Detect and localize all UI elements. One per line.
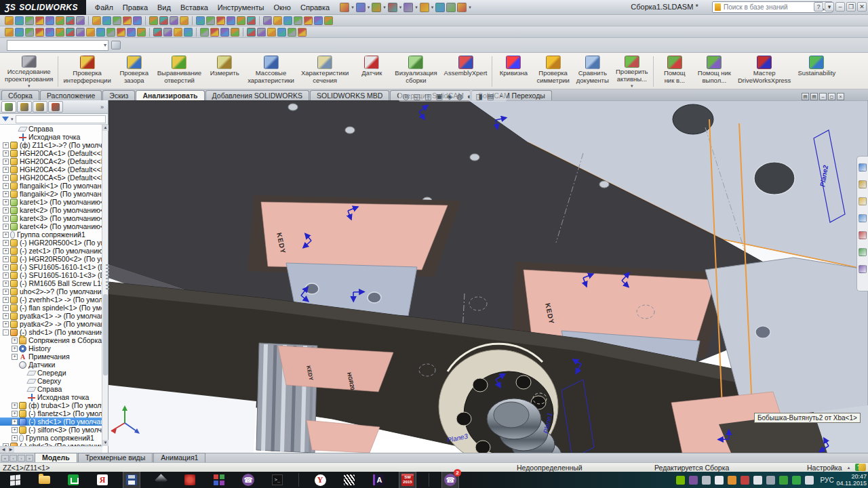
expand-toggle[interactable]: + bbox=[3, 150, 9, 157]
equations-icon[interactable] bbox=[288, 28, 296, 37]
options-gear-caret-icon[interactable]: ▾ bbox=[469, 5, 471, 10]
viber[interactable]: ☎ bbox=[240, 472, 256, 488]
no-solve-move-icon[interactable] bbox=[133, 16, 142, 25]
expand-toggle[interactable]: + bbox=[3, 281, 9, 287]
expand-toggle[interactable]: + bbox=[3, 297, 9, 303]
expand-toggle[interactable]: + bbox=[3, 216, 9, 222]
center-mark-icon[interactable] bbox=[153, 28, 162, 37]
tree-item[interactable]: +(-) shd<1> (По умолчанию< bbox=[0, 418, 102, 426]
nvidia-icon[interactable] bbox=[676, 476, 685, 485]
ribbon-сравнить[interactable]: Сравнитьдокументы bbox=[573, 54, 612, 89]
tree-item[interactable]: +pyatka<2> -> (По умолчанию< bbox=[0, 320, 102, 328]
red-app[interactable] bbox=[182, 472, 198, 488]
sketch-icon[interactable] bbox=[15, 16, 24, 25]
curvature-icon[interactable] bbox=[298, 28, 307, 37]
graphics-viewport[interactable]: KEDY KEDY KEDY HGR20 bbox=[108, 100, 868, 453]
yandex-browser[interactable]: Y bbox=[312, 472, 328, 488]
display-manager-icon[interactable] bbox=[220, 28, 229, 37]
tree-item[interactable]: +(-) zverhh<1> -> (По умолчани bbox=[0, 296, 102, 304]
rapid-sketch-icon[interactable] bbox=[123, 16, 132, 25]
bill-of-materials-icon[interactable] bbox=[283, 16, 292, 25]
tab-solidworks-mbd[interactable]: SOLIDWORKS MBD bbox=[310, 90, 389, 100]
camera-icon[interactable]: ◔ bbox=[498, 92, 502, 101]
input-flag-icon[interactable] bbox=[805, 476, 814, 485]
section-properties-icon[interactable] bbox=[267, 28, 276, 37]
tree-item[interactable]: +HGH20CA<4> (Default<<Def bbox=[0, 165, 102, 174]
expand-toggle[interactable]: + bbox=[12, 354, 18, 360]
slab-hole[interactable] bbox=[754, 162, 795, 195]
edit-pencil-icon[interactable] bbox=[859, 464, 866, 471]
zoom-fit-icon[interactable]: ◎ bbox=[403, 92, 410, 101]
tree-item[interactable]: +(-) zet<1> (По умолчанию<<По bbox=[0, 247, 102, 255]
tree-item[interactable]: +HGH20CA<1> (Default<<Def bbox=[0, 149, 102, 157]
tree-item[interactable]: Сверху bbox=[0, 377, 102, 385]
expand-toggle[interactable]: + bbox=[3, 183, 9, 189]
ribbon-визуализация[interactable]: Визуализациясборки bbox=[391, 54, 440, 89]
restore-button[interactable]: ❐ bbox=[846, 2, 856, 12]
quick-snaps-icon[interactable] bbox=[113, 16, 121, 25]
menu-Вставка[interactable]: Вставка bbox=[176, 2, 213, 13]
forum-icon[interactable] bbox=[859, 265, 867, 273]
move-component-icon[interactable] bbox=[226, 16, 235, 25]
model-tab-анимация1[interactable]: Анимация1 bbox=[153, 453, 205, 462]
appearances-icon[interactable]: ◍ bbox=[456, 92, 463, 101]
expand-toggle[interactable]: + bbox=[3, 142, 9, 148]
gusset-pink[interactable] bbox=[278, 346, 393, 392]
filter-input[interactable] bbox=[16, 115, 106, 123]
slab-hole[interactable] bbox=[673, 104, 713, 134]
trim-entities-icon[interactable] bbox=[45, 16, 54, 25]
component-preview-icon[interactable] bbox=[111, 41, 121, 49]
block-icon[interactable] bbox=[106, 28, 115, 37]
onedrive-cloud-icon[interactable] bbox=[715, 476, 724, 485]
tree-item[interactable]: +AПримечания bbox=[0, 352, 102, 361]
scroll-up-arrow[interactable]: ▲ bbox=[102, 125, 108, 131]
scroll-right-arrow[interactable]: ▶ bbox=[7, 447, 14, 453]
expand-toggle[interactable]: + bbox=[3, 289, 9, 295]
large-assembly-mode-icon[interactable] bbox=[324, 16, 333, 25]
offset-entities-icon[interactable] bbox=[56, 16, 64, 25]
spell-checker-icon[interactable] bbox=[5, 28, 14, 37]
tree-item[interactable]: +uho<2>->? (По умолчанию<<Г bbox=[0, 287, 102, 296]
measure-icon[interactable] bbox=[247, 28, 256, 37]
file-explorer[interactable] bbox=[36, 472, 52, 488]
tree-item[interactable]: +(-) flanetz<1> (По умолчани bbox=[0, 409, 102, 418]
panel-tab-appearance-manager[interactable] bbox=[48, 101, 63, 113]
settings-caret-icon[interactable]: ▴ bbox=[848, 465, 850, 470]
reference-geometry-icon[interactable] bbox=[263, 16, 272, 25]
ribbon-кривизна[interactable]: Кривизна bbox=[494, 54, 533, 89]
scene-icon[interactable]: ▤ bbox=[487, 92, 494, 101]
display-relations-icon[interactable] bbox=[92, 16, 101, 25]
sensor-icon[interactable] bbox=[277, 28, 286, 37]
expand-toggle[interactable]: + bbox=[3, 248, 9, 254]
doc-icon[interactable]: ▤ bbox=[810, 93, 818, 100]
inkscape[interactable] bbox=[153, 472, 169, 488]
model-items-icon[interactable] bbox=[174, 28, 182, 37]
expand-toggle[interactable]: + bbox=[12, 403, 18, 409]
minimize-button[interactable]: – bbox=[835, 2, 845, 12]
app-store[interactable] bbox=[65, 472, 81, 488]
weld-symbol-icon[interactable] bbox=[66, 28, 75, 37]
ribbon-массовые[interactable]: Массовыехарактеристики bbox=[244, 54, 298, 89]
expand-toggle[interactable]: + bbox=[12, 346, 18, 352]
child-close-button[interactable]: × bbox=[837, 93, 844, 100]
surface-finish-icon[interactable] bbox=[56, 28, 64, 37]
scroll-down-arrow[interactable]: ▼ bbox=[102, 440, 108, 446]
ribbon-проверка[interactable]: Проверкаинтерференции bbox=[60, 54, 114, 89]
expand-toggle[interactable]: + bbox=[3, 272, 9, 279]
appearance-icon[interactable] bbox=[184, 28, 193, 37]
move-rotate-icon[interactable] bbox=[231, 28, 239, 37]
area-hatch-icon[interactable] bbox=[117, 28, 125, 37]
panel-tab-configuration-manager[interactable] bbox=[33, 101, 47, 113]
close-button[interactable]: ✕ bbox=[857, 2, 867, 12]
file-properties-icon[interactable] bbox=[446, 3, 456, 12]
status-settings[interactable]: Настройка bbox=[807, 464, 842, 472]
scroll-thumb[interactable] bbox=[103, 294, 108, 375]
section-view-icon[interactable]: ◫ bbox=[425, 92, 431, 101]
menu-Вид[interactable]: Вид bbox=[153, 2, 176, 13]
expand-toggle[interactable]: + bbox=[3, 224, 9, 230]
ribbon-измерить[interactable]: Измерить bbox=[205, 54, 244, 89]
options-gear-icon[interactable] bbox=[457, 3, 467, 12]
undo-icon[interactable] bbox=[403, 3, 413, 12]
gusset-pink[interactable] bbox=[261, 202, 448, 270]
select-cursor-icon[interactable] bbox=[420, 3, 429, 12]
